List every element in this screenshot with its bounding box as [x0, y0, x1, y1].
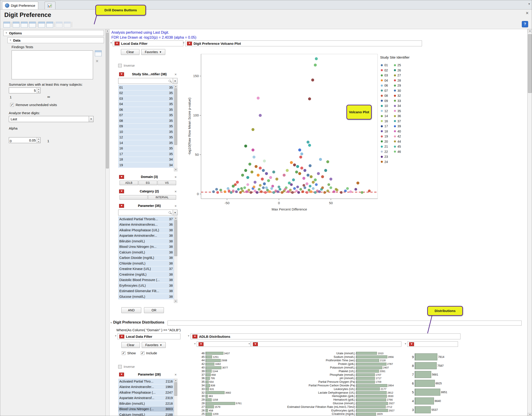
close-icon[interactable]: ×: [175, 204, 177, 208]
parameter-hist-header[interactable]: [251, 341, 401, 347]
histogram-row[interactable]: 37958: [198, 373, 242, 377]
filter-list-item[interactable]: 1235: [118, 135, 174, 140]
legend-item[interactable]: 16: [381, 119, 388, 124]
histogram-bar[interactable]: [356, 391, 387, 394]
histogram-bar[interactable]: [206, 413, 212, 416]
filter-list-item[interactable]: 0235: [118, 90, 174, 96]
parameter-search-input[interactable]: ▾: [118, 209, 177, 216]
close-icon[interactable]: ×: [175, 189, 177, 193]
legend-item[interactable]: 44: [394, 139, 401, 144]
disclosure-triangle-icon[interactable]: ▼: [9, 39, 11, 41]
or-button[interactable]: OR: [144, 307, 164, 313]
filter-list-item[interactable]: 1035: [118, 129, 174, 135]
and-button[interactable]: AND: [121, 307, 141, 313]
histogram-row[interactable]: 30383: [198, 395, 242, 398]
spinner-arrows-icon[interactable]: ▲▼: [37, 88, 40, 93]
histogram-bar[interactable]: [356, 355, 387, 358]
tab-digit-preference[interactable]: Digit Preference: [2, 1, 38, 9]
subjects-spinner[interactable]: 5 ▲▼: [9, 87, 40, 93]
legend-item[interactable]: 07: [381, 88, 388, 93]
filter-list-item[interactable]: 0635: [118, 107, 174, 113]
last-digit-hist-header[interactable]: [407, 341, 458, 347]
filter-list-item[interactable]: 0335: [118, 96, 174, 102]
histogram-bar[interactable]: [415, 397, 434, 405]
legend-item[interactable]: 08: [381, 93, 388, 98]
histogram-row[interactable]: 251209: [198, 412, 242, 416]
filter-list-item[interactable]: Diastolic Blood Pressure (...38: [118, 277, 174, 283]
disclosure-triangle-icon[interactable]: ▼: [194, 343, 196, 345]
histogram-row[interactable]: Potassium (mmol/L)2407: [252, 366, 394, 369]
legend-item[interactable]: 24: [381, 159, 388, 165]
disclosure-triangle-icon[interactable]: ▼: [404, 343, 407, 345]
histogram-bar[interactable]: [206, 388, 209, 390]
legend-item[interactable]: 18: [381, 129, 388, 134]
histogram-row[interactable]: 442908: [198, 359, 242, 362]
close-icon[interactable]: ×: [175, 175, 177, 179]
legend-item[interactable]: 33: [394, 98, 401, 104]
inverse-checkbox[interactable]: [118, 64, 122, 67]
red-triangle-menu-icon[interactable]: [119, 204, 124, 208]
red-triangle-menu-icon[interactable]: [119, 373, 124, 377]
histogram-bar[interactable]: [356, 413, 376, 416]
histogram-bar[interactable]: [415, 380, 435, 387]
histogram-row[interactable]: Creatinine (mg/dL)1829: [252, 412, 394, 416]
histogram-row[interactable]: 34838: [198, 384, 242, 387]
legend-item[interactable]: 37: [394, 119, 401, 124]
red-triangle-menu-icon[interactable]: [115, 42, 119, 46]
histogram-bar[interactable]: [206, 384, 210, 387]
window-menu-icon[interactable]: ▾: [528, 2, 530, 6]
filter-list-item[interactable]: 1735: [118, 151, 174, 157]
local-data-filter-2-header[interactable]: Local Data Filter: [118, 333, 180, 339]
histogram-bar[interactable]: [356, 359, 379, 362]
list-scrollbar[interactable]: ▲▼: [174, 216, 177, 303]
filter-list-item[interactable]: Creatinine (mg/dL)38: [118, 272, 174, 277]
close-icon[interactable]: ×: [175, 373, 177, 377]
legend-item[interactable]: 32: [394, 93, 401, 98]
histogram-bar[interactable]: [356, 352, 377, 355]
histogram-row[interactable]: Hematocrit (g/dL)2766: [252, 398, 394, 402]
volcano-panel-header[interactable]: Digit Preference Volcano Plot: [185, 40, 422, 46]
histogram-bar[interactable]: [206, 398, 212, 401]
histogram-bar[interactable]: [206, 359, 221, 362]
histogram-row[interactable]: 36795: [198, 377, 242, 380]
histogram-row[interactable]: Protein (g/dL)2787: [252, 362, 394, 366]
segment-button[interactable]: EG: [138, 181, 157, 185]
histogram-bar[interactable]: [206, 391, 225, 394]
filter-list-item[interactable]: Bilirubin (mmol/L)38: [118, 238, 174, 244]
distribution-report-icon[interactable]: [21, 22, 28, 28]
legend-item[interactable]: 28: [394, 78, 401, 83]
red-triangle-menu-icon[interactable]: [198, 342, 204, 346]
legend-item[interactable]: 30: [394, 88, 401, 93]
histogram-row[interactable]: 97814: [408, 352, 447, 361]
filter-list-item[interactable]: Alanine Aminotransfer...1960: [118, 384, 174, 390]
histogram-bar[interactable]: [206, 402, 235, 405]
histogram-row[interactable]: Urate (mmol/L)1910: [252, 351, 394, 355]
journal-report-icon[interactable]: [29, 22, 36, 28]
histogram-bar[interactable]: [206, 405, 214, 408]
legend-item[interactable]: 01: [381, 63, 388, 68]
spinner-arrows-icon[interactable]: ▲▼: [37, 137, 40, 143]
close-icon[interactable]: ×: [175, 72, 177, 76]
legend-item[interactable]: 45: [394, 144, 401, 149]
legend-item[interactable]: 26: [394, 68, 401, 73]
open-data-table-icon[interactable]: [3, 22, 10, 28]
histogram-row[interactable]: Partial Pressure Carbon Dioxide (Pa)2854: [252, 384, 394, 387]
red-triangle-menu-icon[interactable]: [409, 342, 414, 346]
histogram-bar[interactable]: [356, 409, 388, 412]
histogram-bar[interactable]: [415, 353, 437, 360]
filter-list-item[interactable]: Estimated Glomerular Filt...38: [118, 288, 174, 294]
favorites-button-2[interactable]: Favorites▼: [142, 342, 166, 348]
filter-list-item[interactable]: Aspartate Aminotransf...2319: [118, 396, 174, 401]
show-checkbox[interactable]: [122, 351, 125, 355]
findings-tests-listbox[interactable]: [11, 50, 93, 79]
histogram-bar[interactable]: [415, 406, 431, 413]
filter-list-item[interactable]: 1435: [118, 140, 174, 146]
filter-list-item[interactable]: Erythrocytes (U/L)38: [118, 283, 174, 288]
legend-item[interactable]: 25: [394, 63, 401, 68]
red-triangle-menu-icon[interactable]: [119, 72, 124, 76]
tabulate-report-icon[interactable]: [13, 22, 20, 28]
legend-item[interactable]: 39: [394, 124, 401, 129]
left-panel-scrollbar[interactable]: ▲: [105, 29, 109, 416]
red-triangle-menu-icon[interactable]: [119, 189, 124, 193]
histogram-bar[interactable]: [206, 395, 208, 398]
